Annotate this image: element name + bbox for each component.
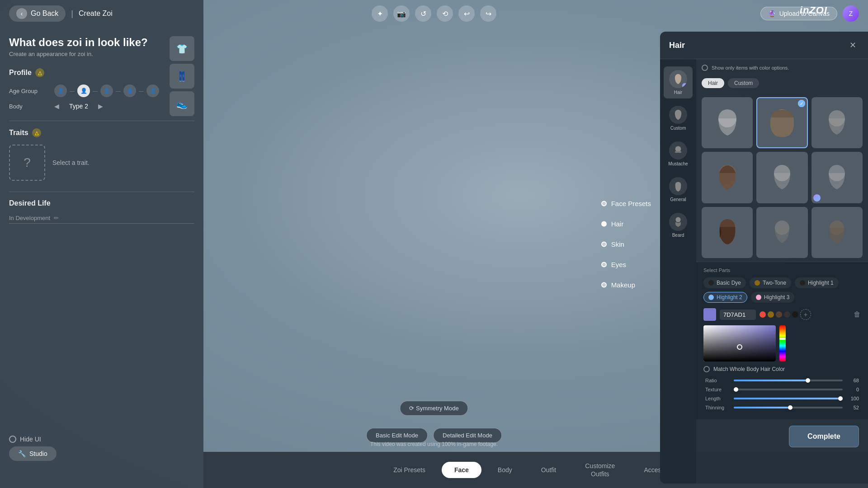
side-label-face-presets[interactable]: Face Presets [601,200,651,207]
hex-input[interactable] [720,310,756,320]
side-dot-eyes [601,262,607,267]
side-label-makeup[interactable]: Makeup [601,281,651,289]
hair-item-2[interactable]: ✓ [756,97,807,148]
delete-color-button[interactable]: 🗑 [854,310,861,319]
preset-black[interactable] [792,311,798,318]
trait-empty-box[interactable]: ? [9,145,45,181]
desired-life-value: In Development ✏ [9,215,194,224]
hair-icon-img-hair [669,70,687,88]
body-next-button[interactable]: ▶ [98,103,103,110]
profile-label: Profile △ [9,68,194,77]
body-prev-button[interactable]: ◀ [54,103,59,110]
length-track[interactable] [734,398,843,399]
hair-icon-label-beard: Beard [672,233,684,238]
preset-red[interactable] [760,311,766,318]
hair-item-6[interactable] [811,152,863,203]
preset-dark-brown[interactable] [776,311,782,318]
match-color-radio[interactable] [703,366,710,372]
hair-item-9[interactable] [811,207,863,258]
hair-item-8[interactable] [756,207,807,258]
back-label: Go Back [31,9,58,18]
color-swatch-main[interactable] [703,308,716,321]
ratio-thumb[interactable] [806,378,810,383]
hair-item-1[interactable] [702,97,753,148]
age-senior-icon[interactable]: 👤 [146,84,159,97]
trait-question-icon: ? [24,155,31,170]
hair-icon-img-beard [669,213,687,231]
outfit-thumb-shoes[interactable]: 👟 [170,91,194,116]
traits-warning-icon: △ [32,128,41,137]
texture-track[interactable] [734,389,843,390]
tab-outfit[interactable]: Outfit [528,462,569,478]
thinning-thumb[interactable] [788,405,793,410]
ratio-track[interactable] [734,380,843,381]
side-label-skin[interactable]: Skin [601,240,651,248]
hair-sub-tab-custom[interactable]: Custom [728,78,759,88]
hair-icon-general[interactable]: General [664,174,693,206]
side-dot-face-presets [601,201,607,206]
hair-icon-mustache[interactable]: Mustache [664,138,693,170]
age-elder-icon[interactable]: 👤 [123,84,136,97]
side-label-makeup-text: Makeup [611,281,635,289]
age-teen-icon[interactable]: 👤 [77,84,90,97]
hue-slider[interactable] [779,325,786,361]
hair-panel-title: Hair [669,41,685,50]
hide-ui-radio [9,436,16,443]
hair-icon-beard[interactable]: Beard [664,209,693,241]
age-child-icon[interactable]: 👤 [54,84,67,97]
add-color-button[interactable]: + [800,309,811,320]
tool-camera-button[interactable]: 📷 [393,5,410,22]
tool-undo-button[interactable]: ↩ [458,5,475,22]
chip-highlight-3[interactable]: Highlight 3 [751,292,795,303]
tool-mirror-button[interactable]: ⟲ [437,5,453,22]
edit-desired-life-icon[interactable]: ✏ [54,215,59,221]
hair-item-7[interactable] [702,207,753,258]
hair-panel-close-button[interactable]: ✕ [846,39,859,52]
chip-highlight-2[interactable]: Highlight 2 [703,292,747,303]
tab-face[interactable]: Face [442,462,481,478]
tool-rotate-button[interactable]: ↺ [415,5,431,22]
side-label-hair[interactable]: Hair [601,220,651,228]
hair-icon-hair[interactable]: Hair [664,66,693,99]
hair-item-3[interactable] [811,97,863,148]
tab-zoi-presets[interactable]: Zoi Presets [381,462,438,478]
chip-highlight-1[interactable]: Highlight 1 [795,277,839,288]
outfit-thumb-top[interactable]: 👕 [170,36,194,61]
user-avatar[interactable]: Z [843,5,859,22]
texture-label: Texture [705,387,730,392]
hair-icon-label-hair: Hair [674,90,682,95]
chip-two-tone[interactable]: Two-Tone [750,277,791,288]
hair-item-4[interactable] [702,152,753,203]
side-label-eyes[interactable]: Eyes [601,261,651,268]
thinning-track[interactable] [734,407,843,408]
show-only-radio[interactable] [702,65,708,71]
preset-dark-gray[interactable] [784,311,790,318]
side-label-hair-text: Hair [611,220,624,228]
chip-label-highlight-2: Highlight 2 [717,294,742,300]
saturation-picker[interactable] [703,325,776,361]
outfit-thumb-bottom[interactable]: 👖 [170,64,194,89]
studio-icon: 🔧 [18,450,26,457]
hair-item-5[interactable] [756,152,807,203]
create-title: Create Zoi [79,9,113,18]
chip-dot-highlight-2 [708,295,714,300]
hide-ui-button[interactable]: Hide UI [9,436,41,443]
tool-redo-button[interactable]: ↪ [480,5,496,22]
hair-icon-custom[interactable]: Custom [664,102,693,134]
texture-thumb[interactable] [734,387,738,392]
hair-panel: Hair ✕ Hair [660,32,868,483]
chip-basic-dye[interactable]: Basic Dye [703,277,746,288]
tab-customize-outfits[interactable]: CustomizeOutfits [572,457,627,483]
length-thumb[interactable] [838,396,843,401]
symmetry-mode-button[interactable]: ⟳ Symmetry Mode [400,401,468,416]
studio-button[interactable]: 🔧 Studio [9,446,57,461]
back-button[interactable]: ‹ Go Back [9,5,66,22]
hair-sub-tab-hair[interactable]: Hair [702,78,724,88]
complete-button[interactable]: Complete [789,426,859,447]
divider-2 [9,192,194,192]
preset-brown[interactable] [768,311,774,318]
tab-body[interactable]: Body [485,462,525,478]
trait-placeholder: ? Select a trait. [9,145,194,181]
tool-crosshair-button[interactable]: ✦ [372,5,388,22]
age-adult-icon[interactable]: 👤 [100,84,113,97]
